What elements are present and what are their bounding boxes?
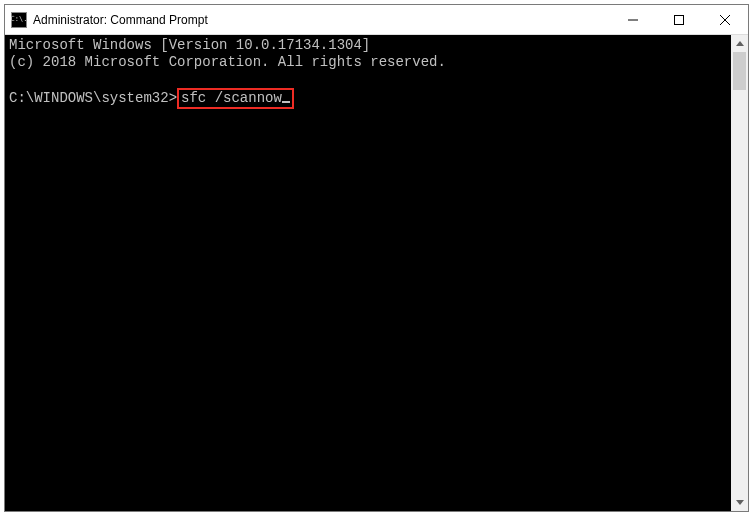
titlebar[interactable]: C:\. Administrator: Command Prompt <box>5 5 748 35</box>
svg-rect-1 <box>675 15 684 24</box>
cursor <box>282 101 290 103</box>
scroll-track[interactable] <box>731 52 748 494</box>
vertical-scrollbar[interactable] <box>731 35 748 511</box>
window-controls <box>610 5 748 34</box>
scroll-thumb[interactable] <box>733 52 746 90</box>
copyright-line: (c) 2018 Microsoft Corporation. All righ… <box>9 54 446 70</box>
minimize-button[interactable] <box>610 5 656 34</box>
maximize-button[interactable] <box>656 5 702 34</box>
command-text: sfc /scannow <box>181 90 282 106</box>
command-prompt-window: C:\. Administrator: Command Prompt Micro… <box>4 4 749 512</box>
svg-marker-5 <box>736 500 744 505</box>
svg-marker-4 <box>736 41 744 46</box>
command-highlight: sfc /scannow <box>177 88 294 109</box>
prompt-text: C:\WINDOWS\system32> <box>9 90 177 106</box>
terminal-area: Microsoft Windows [Version 10.0.17134.13… <box>5 35 748 511</box>
version-line: Microsoft Windows [Version 10.0.17134.13… <box>9 37 370 53</box>
close-button[interactable] <box>702 5 748 34</box>
window-title: Administrator: Command Prompt <box>33 13 610 27</box>
scroll-up-arrow[interactable] <box>731 35 748 52</box>
terminal-output[interactable]: Microsoft Windows [Version 10.0.17134.13… <box>5 35 731 511</box>
scroll-down-arrow[interactable] <box>731 494 748 511</box>
cmd-icon: C:\. <box>11 12 27 28</box>
